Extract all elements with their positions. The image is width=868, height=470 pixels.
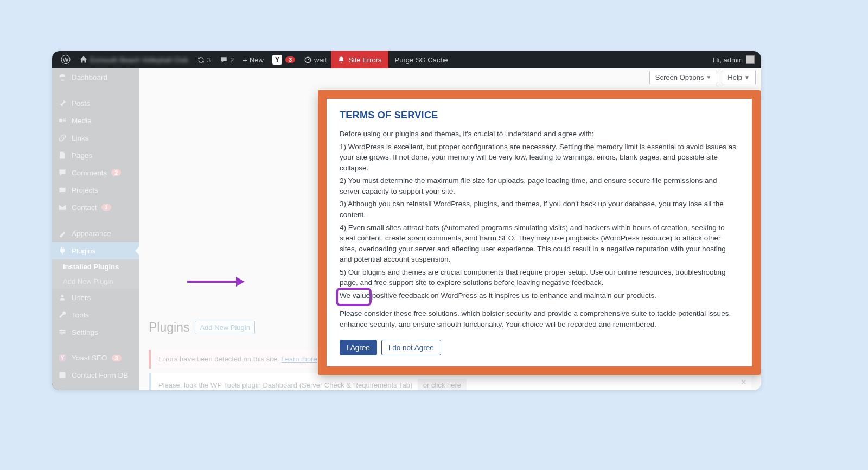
screen-options-button[interactable]: Screen Options▼ xyxy=(649,71,718,84)
gauge-icon xyxy=(304,56,312,64)
modal-p5: 5) Our plugins and themes are crucial co… xyxy=(340,267,739,288)
updates-link[interactable]: 3 xyxy=(193,51,215,68)
modal-p2: 2) You must determine the maximum file s… xyxy=(340,175,739,196)
hi-admin-label: Hi, admin xyxy=(713,56,743,64)
modal-p4: 4) Even small sites attract bots (Automa… xyxy=(340,223,739,265)
comments-count: 2 xyxy=(230,56,234,64)
content-area: Screen Options▼ Help▼ Plugins Add New Pl… xyxy=(139,68,761,390)
modal-intro: Before using our plugins and themes, it'… xyxy=(340,129,739,139)
modal-p1: 1) WordPress is excellent, but proper co… xyxy=(340,142,739,174)
plus-icon: + xyxy=(242,55,247,65)
modal-title: TERMS OF SERVICE xyxy=(340,110,739,121)
new-label: New xyxy=(250,56,264,64)
home-icon xyxy=(79,55,88,64)
admin-bar: ⓦ Exmouth Beach Volleyball Club 3 2 + Ne… xyxy=(52,51,761,68)
wp-admin-window: ⓦ Exmouth Beach Volleyball Club 3 2 + Ne… xyxy=(52,51,761,390)
wait-label: wait xyxy=(314,56,327,64)
avatar xyxy=(746,55,755,64)
yoast-icon: Y xyxy=(272,55,282,65)
wp-logo[interactable]: ⓦ xyxy=(56,51,75,68)
modal-p6: We value positive feedback on WordPress … xyxy=(340,290,739,301)
new-content[interactable]: + New xyxy=(238,51,268,68)
agree-button[interactable]: I Agree xyxy=(340,340,377,355)
terms-of-service-modal: TERMS OF SERVICE Before using our plugin… xyxy=(318,90,761,375)
yoast-badge: 3 xyxy=(285,56,295,63)
site-errors-label: Site Errors xyxy=(348,56,381,64)
disagree-button[interactable]: I do not Agree xyxy=(381,340,441,355)
comments-link[interactable]: 2 xyxy=(215,51,238,68)
refresh-icon xyxy=(197,56,205,64)
bell-icon xyxy=(337,56,345,63)
annotation-arrow xyxy=(187,276,247,287)
modal-p3: 3) Although you can reinstall WordPress,… xyxy=(340,199,739,220)
site-title: Exmouth Beach Volleyball Club xyxy=(90,56,188,64)
purge-cache-button[interactable]: Purge SG Cache xyxy=(388,56,455,64)
admin-sidebar: Dashboard Posts Media Links Pages Commen… xyxy=(52,68,139,390)
account-menu[interactable]: Hi, admin xyxy=(713,55,757,64)
caret-down-icon: ▼ xyxy=(706,74,711,80)
caret-down-icon: ▼ xyxy=(744,74,750,80)
site-errors-button[interactable]: Site Errors xyxy=(331,51,388,68)
perf-wait[interactable]: wait xyxy=(299,51,331,68)
yoast-link[interactable]: Y 3 xyxy=(268,51,299,68)
site-home[interactable]: Exmouth Beach Volleyball Club xyxy=(75,51,193,68)
help-button[interactable]: Help▼ xyxy=(722,71,756,84)
modal-outro: Please consider these free solutions, wh… xyxy=(340,308,739,329)
comment-icon xyxy=(220,56,228,64)
updates-count: 3 xyxy=(207,56,211,64)
